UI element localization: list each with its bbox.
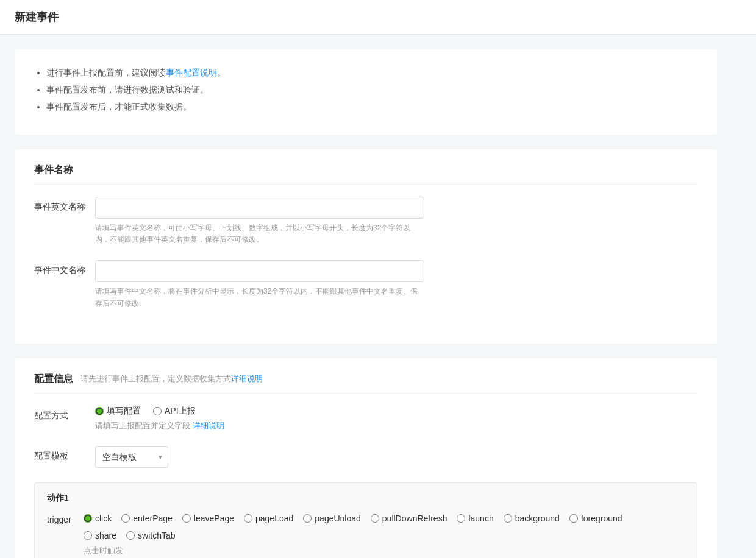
template-row: 配置模板 空白模板 模板1 ▼ — [34, 446, 697, 468]
page-title: 新建事件 — [15, 10, 741, 24]
method-row: 配置方式 填写配置 API上报 请填写上报配置并定义字段 详细说明 — [34, 406, 697, 431]
page-header: 新建事件 — [0, 0, 756, 35]
method-wrap: 填写配置 API上报 请填写上报配置并定义字段 详细说明 — [95, 406, 424, 431]
trigger-click-input[interactable] — [84, 514, 92, 523]
event-name-section-title: 事件名称 — [34, 164, 697, 185]
event-name-card: 事件名称 事件英文名称 请填写事件英文名称，可由小写字母、下划线、数字组成，并以… — [15, 149, 717, 344]
trigger-options-row2: share switchTab — [84, 531, 622, 540]
notice-item-1: 进行事件上报配置前，建议阅读事件配置说明。 — [46, 64, 697, 81]
action-card: 动作1 trigger click enterPage — [34, 482, 697, 558]
template-label: 配置模板 — [34, 446, 95, 462]
english-name-input[interactable] — [95, 197, 424, 219]
trigger-pageUnload-input[interactable] — [303, 514, 312, 523]
trigger-share[interactable]: share — [84, 531, 116, 540]
method-radio-api[interactable]: API上报 — [153, 406, 196, 417]
trigger-pageLoad[interactable]: pageLoad — [244, 514, 293, 523]
notice-item-3: 事件配置发布后，才能正式收集数据。 — [46, 98, 697, 115]
chinese-name-wrap: 请填写事件中文名称，将在事件分析中显示，长度为32个字符以内，不能跟其他事件中文… — [95, 260, 424, 309]
template-wrap: 空白模板 模板1 ▼ — [95, 446, 424, 468]
trigger-foreground[interactable]: foreground — [569, 514, 622, 523]
trigger-launch[interactable]: launch — [457, 514, 493, 523]
trigger-label: trigger — [47, 514, 84, 524]
trigger-foreground-input[interactable] — [569, 514, 578, 523]
config-section-title: 配置信息 — [34, 373, 73, 386]
chinese-name-label: 事件中文名称 — [34, 260, 95, 276]
config-section-desc: 请先进行事件上报配置，定义数据收集方式详细说明 — [80, 373, 263, 384]
event-config-link-1[interactable]: 事件配置说明 — [166, 68, 217, 77]
trigger-enterPage-input[interactable] — [121, 514, 130, 523]
trigger-switchTab[interactable]: switchTab — [126, 531, 175, 540]
notice-item-2: 事件配置发布前，请进行数据测试和验证。 — [46, 81, 697, 98]
config-section-header: 配置信息 请先进行事件上报配置，定义数据收集方式详细说明 — [34, 373, 697, 394]
method-hint: 请填写上报配置并定义字段 详细说明 — [95, 420, 424, 431]
english-name-hint: 请填写事件英文名称，可由小写字母、下划线、数字组成，并以小写字母开头，长度为32… — [95, 222, 424, 245]
trigger-share-input[interactable] — [84, 531, 92, 540]
method-radio-fill-input[interactable] — [95, 407, 104, 415]
trigger-leavePage-input[interactable] — [182, 514, 191, 523]
trigger-pullDownRefresh[interactable]: pullDownRefresh — [371, 514, 448, 523]
trigger-desc: 点击时触发 — [84, 545, 622, 556]
trigger-options-wrap: click enterPage leavePage pageLoad — [84, 514, 622, 556]
chinese-name-input[interactable] — [95, 260, 424, 282]
event-name-form: 事件英文名称 请填写事件英文名称，可由小写字母、下划线、数字组成，并以小写字母开… — [34, 197, 697, 309]
detail-link[interactable]: 详细说明 — [231, 374, 263, 383]
trigger-launch-input[interactable] — [457, 514, 465, 523]
config-card: 配置信息 请先进行事件上报配置，定义数据收集方式详细说明 配置方式 填写配置 A… — [15, 358, 717, 558]
template-select-wrap: 空白模板 模板1 ▼ — [95, 446, 168, 468]
trigger-options-group: click enterPage leavePage pageLoad — [84, 514, 622, 523]
english-name-wrap: 请填写事件英文名称，可由小写字母、下划线、数字组成，并以小写字母开头，长度为32… — [95, 197, 424, 245]
method-radio-api-input[interactable] — [153, 407, 162, 415]
trigger-leavePage[interactable]: leavePage — [182, 514, 234, 523]
chinese-name-hint: 请填写事件中文名称，将在事件分析中显示，长度为32个字符以内，不能跟其他事件中文… — [95, 286, 424, 309]
notice-list: 进行事件上报配置前，建议阅读事件配置说明。 事件配置发布前，请进行数据测试和验证… — [34, 64, 697, 115]
method-label: 配置方式 — [34, 406, 95, 422]
english-name-row: 事件英文名称 请填写事件英文名称，可由小写字母、下划线、数字组成，并以小写字母开… — [34, 197, 697, 245]
method-detail-link[interactable]: 详细说明 — [193, 421, 224, 430]
trigger-pullDownRefresh-input[interactable] — [371, 514, 379, 523]
trigger-background[interactable]: background — [504, 514, 560, 523]
method-radio-fill[interactable]: 填写配置 — [95, 406, 141, 417]
trigger-switchTab-input[interactable] — [126, 531, 135, 540]
trigger-pageLoad-input[interactable] — [244, 514, 252, 523]
trigger-pageUnload[interactable]: pageUnload — [303, 514, 361, 523]
trigger-click[interactable]: click — [84, 514, 112, 523]
notice-card: 进行事件上报配置前，建议阅读事件配置说明。 事件配置发布前，请进行数据测试和验证… — [15, 49, 717, 135]
trigger-background-input[interactable] — [504, 514, 512, 523]
english-name-label: 事件英文名称 — [34, 197, 95, 213]
method-radio-group: 填写配置 API上报 — [95, 406, 424, 417]
trigger-row: trigger click enterPage leav — [47, 514, 685, 556]
chinese-name-row: 事件中文名称 请填写事件中文名称，将在事件分析中显示，长度为32个字符以内，不能… — [34, 260, 697, 309]
action-title: 动作1 — [47, 493, 685, 504]
trigger-enterPage[interactable]: enterPage — [121, 514, 173, 523]
template-select[interactable]: 空白模板 模板1 — [95, 446, 168, 468]
